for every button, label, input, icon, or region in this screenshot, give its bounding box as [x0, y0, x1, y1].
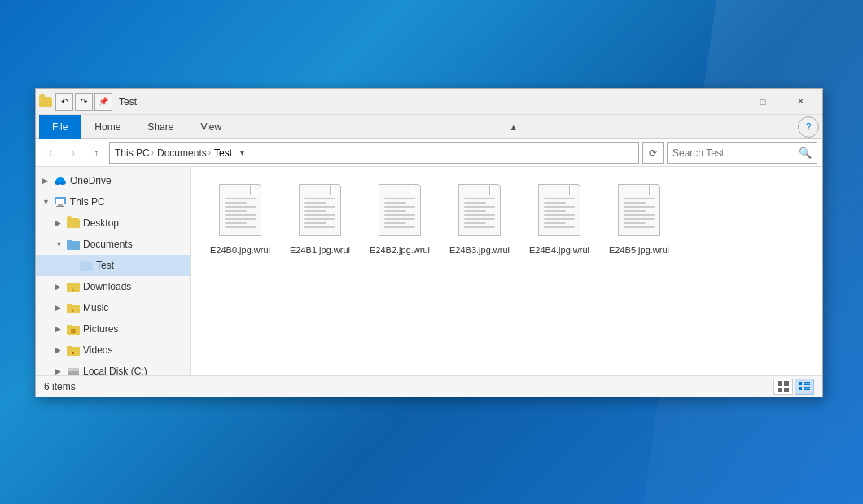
sidebar-label: Desktop [83, 217, 119, 229]
file-icon [296, 184, 344, 241]
minimize-button[interactable]: — [707, 89, 744, 115]
onedrive-icon [54, 174, 67, 187]
window-icon [39, 95, 52, 108]
breadcrumb-documents[interactable]: Documents › [157, 147, 211, 159]
folder-icon [67, 238, 80, 251]
file-icon [455, 184, 504, 241]
sidebar-item-localdisk[interactable]: ▶ Local Disk (C:) [36, 361, 190, 375]
svg-rect-30 [799, 382, 802, 385]
medium-icons-view-button[interactable] [773, 379, 793, 395]
svg-rect-35 [804, 388, 810, 390]
maximize-button[interactable]: □ [744, 89, 782, 115]
file-name: E24B2.jpg.wrui [370, 244, 430, 256]
sidebar-label: Videos [83, 344, 112, 356]
status-bar: 6 items [36, 375, 822, 397]
window-controls: — □ ✕ [707, 89, 819, 115]
svg-rect-10 [80, 261, 85, 264]
sidebar-item-desktop[interactable]: ▶ Desktop [36, 213, 190, 234]
breadcrumb-test[interactable]: Test [214, 147, 232, 159]
ribbon-tabs: File Home Share View ▲ ? [36, 115, 822, 139]
sidebar-label: Documents [83, 239, 133, 250]
svg-rect-25 [69, 374, 72, 375]
breadcrumb-thispc[interactable]: This PC › [115, 147, 154, 159]
file-name: E24B0.jpg.wrui [210, 244, 270, 256]
address-dropdown-button[interactable]: ▾ [235, 142, 248, 164]
search-box[interactable]: 🔍 [667, 142, 817, 164]
sidebar-label: Downloads [83, 281, 131, 292]
expand-icon: ▶ [55, 346, 64, 354]
svg-rect-5 [58, 204, 63, 206]
file-icon [216, 184, 265, 241]
close-button[interactable]: ✕ [782, 89, 819, 115]
file-item-1[interactable]: E24B1.jpg.wrui [283, 180, 357, 260]
file-name: E24B4.jpg.wrui [529, 244, 589, 256]
main-area: ▶ OneDrive ▼ [36, 167, 822, 375]
pc-icon [54, 195, 67, 208]
ribbon-collapse-button[interactable]: ▲ [509, 122, 524, 132]
back-button[interactable]: ‹ [41, 143, 60, 163]
svg-rect-32 [804, 383, 810, 385]
svg-rect-6 [56, 206, 64, 207]
forward-button[interactable]: › [64, 143, 83, 163]
sidebar-item-pictures[interactable]: ▶ 🖼 Pictures [36, 318, 190, 340]
help-button[interactable]: ? [798, 116, 819, 138]
svg-point-2 [56, 177, 64, 182]
sidebar-item-onedrive[interactable]: ▶ OneDrive [36, 170, 190, 191]
svg-rect-26 [778, 381, 782, 386]
sidebar-label: Test [96, 260, 114, 271]
file-item-0[interactable]: E24B0.jpg.wrui [204, 180, 277, 260]
folder-icon: ▶ [67, 344, 80, 357]
address-box[interactable]: This PC › Documents › Test ▾ [109, 142, 639, 164]
expand-icon: ▶ [55, 325, 64, 333]
svg-rect-28 [778, 388, 782, 392]
folder-icon: ↓ [67, 280, 80, 293]
title-bar: ↶ ↷ 📌 Test — □ ✕ [36, 89, 822, 115]
svg-rect-24 [68, 368, 79, 371]
file-item-3[interactable]: E24B3.jpg.wrui [443, 180, 516, 260]
sidebar-label: OneDrive [70, 175, 112, 186]
file-name: E24B3.jpg.wrui [449, 244, 510, 256]
item-count: 6 items [44, 381, 76, 392]
file-icon [375, 184, 424, 241]
sidebar-item-documents[interactable]: ▼ Documents [36, 234, 190, 255]
expand-icon: ▶ [55, 283, 64, 291]
svg-rect-18 [67, 325, 72, 327]
tab-share[interactable]: Share [134, 115, 187, 139]
svg-rect-31 [804, 382, 810, 383]
expand-icon: ▼ [42, 198, 50, 206]
sidebar-label: Pictures [83, 323, 118, 335]
tab-file[interactable]: File [39, 115, 81, 139]
svg-text:▶: ▶ [72, 350, 76, 355]
file-item-5[interactable]: E24B5.jpg.wrui [602, 180, 676, 260]
sidebar-item-thispc[interactable]: ▼ This PC [36, 191, 190, 213]
file-area: E24B0.jpg.wrui E24B1.jpg.wrui [191, 167, 822, 375]
search-input[interactable] [672, 147, 795, 159]
svg-text:↓: ↓ [72, 286, 75, 291]
sidebar-label: This PC [70, 196, 105, 208]
details-view-button[interactable] [795, 379, 814, 395]
tab-view[interactable]: View [187, 115, 235, 139]
folder-icon: 🖼 [67, 322, 80, 335]
svg-rect-21 [67, 346, 72, 348]
qs-forward-button[interactable]: ↷ [75, 93, 93, 111]
sidebar-item-downloads[interactable]: ▶ ↓ Downloads [36, 276, 190, 297]
up-button[interactable]: ↑ [86, 143, 106, 163]
view-buttons [773, 379, 814, 395]
sidebar-item-videos[interactable]: ▶ ▶ Videos [36, 340, 190, 361]
qs-back-button[interactable]: ↶ [55, 93, 73, 111]
qs-pin-button[interactable]: 📌 [94, 93, 112, 111]
sidebar-item-test[interactable]: ▶ Test [36, 255, 190, 276]
file-item-4[interactable]: E24B4.jpg.wrui [523, 180, 596, 260]
file-item-2[interactable]: E24B2.jpg.wrui [363, 180, 436, 260]
refresh-button[interactable]: ⟳ [642, 142, 664, 164]
svg-text:🖼: 🖼 [71, 329, 76, 334]
expand-icon: ▶ [42, 177, 50, 185]
expand-icon: ▶ [55, 304, 64, 312]
search-icon[interactable]: 🔍 [799, 147, 812, 159]
sidebar-label: Music [83, 302, 108, 313]
tab-home[interactable]: Home [81, 115, 134, 139]
svg-rect-29 [784, 388, 789, 392]
file-name: E24B1.jpg.wrui [290, 244, 350, 256]
sidebar-label: Local Disk (C:) [83, 366, 147, 375]
sidebar-item-music[interactable]: ▶ ♪ Music [36, 297, 190, 318]
